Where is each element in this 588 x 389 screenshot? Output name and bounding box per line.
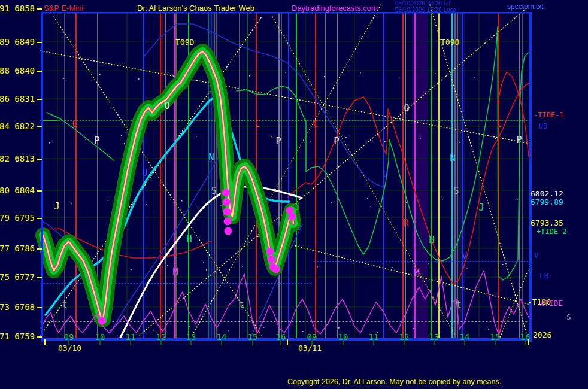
hour-label: 15 — [490, 332, 501, 342]
last-price: 6793.35 — [531, 219, 563, 227]
chart-border-v — [529, 12, 532, 342]
xtide-label: xTIDE — [539, 299, 563, 307]
hour-label: 10 — [338, 332, 348, 342]
star-speck — [153, 330, 154, 331]
site-link[interactable]: Daytradingforecasts.com — [292, 4, 378, 12]
star-speck — [271, 136, 272, 138]
cycle-letter-C: C — [72, 118, 77, 129]
chart-canvas: CCCCPPPPOONNSSUUJJJHHMMVRtttT09DT090291 … — [0, 0, 588, 389]
price-axis-label: 271 6759 — [0, 332, 35, 341]
cycle-letter-C: C — [254, 118, 260, 129]
price-axis-label: 289 6849 — [0, 37, 35, 47]
star-speck — [131, 269, 132, 270]
cycle-letter-P: P — [275, 136, 281, 147]
cycle-letter-t: t — [238, 299, 244, 310]
hour-label: 13 — [186, 332, 196, 342]
turn-dot — [223, 208, 231, 216]
day2-date: 03/11 — [298, 344, 322, 352]
price-axis-label: 277 6786 — [0, 244, 35, 253]
star-speck — [206, 269, 207, 271]
star-speck — [242, 266, 243, 267]
chart-border-v — [41, 12, 43, 342]
star-speck — [370, 206, 371, 207]
annotation-label: T09D — [175, 38, 194, 47]
price-axis-label: 282 6813 — [0, 154, 35, 163]
tide1-label: -TIDE-1 — [534, 111, 564, 118]
cycle-letter-C: C — [496, 118, 502, 129]
star-speck — [302, 331, 304, 332]
timestamp-local: 03/10/2026 15:20 Local — [395, 7, 458, 13]
star-speck — [502, 264, 504, 265]
cycle-letter-O: O — [164, 101, 169, 111]
cycle-letter-t: t — [62, 299, 67, 310]
cycle-letter-J: J — [54, 201, 59, 212]
data-file-link[interactable]: spcctom.txt — [507, 3, 544, 10]
vertical-band — [412, 12, 428, 339]
star-speck — [310, 141, 311, 142]
star-speck — [435, 73, 436, 74]
hour-label: 12 — [156, 332, 166, 342]
copyright-notice: Copyright 2026, Dr. Al Larson. May not b… — [287, 378, 501, 386]
star-speck — [466, 268, 468, 269]
star-speck — [338, 327, 340, 329]
v-cycle-label: V — [534, 251, 539, 259]
hour-label: 16 — [276, 332, 286, 342]
star-speck — [146, 204, 147, 205]
cycle-letter-C: C — [313, 118, 318, 129]
cycle-letter-J: J — [478, 202, 484, 213]
cycle-letter-U: U — [383, 169, 388, 180]
hour-label: 09 — [307, 332, 317, 342]
year-label: 2026 — [533, 331, 551, 339]
hour-label: 11 — [369, 332, 379, 342]
turn-dot — [225, 227, 232, 235]
cycle-letter-P: P — [94, 135, 99, 146]
star-speck — [488, 329, 489, 330]
tide2-label: +TIDE-2 — [537, 228, 567, 235]
cycle-letter-t: t — [456, 299, 461, 310]
hour-label: 09 — [64, 332, 74, 342]
star-speck — [285, 72, 286, 73]
price-axis-label: 275 6777 — [0, 272, 35, 282]
star-speck — [107, 200, 108, 201]
hour-label: 14 — [217, 332, 227, 342]
star-speck — [124, 143, 125, 144]
lower-band-label: LB — [539, 272, 549, 279]
chaos-trader-chart-page: CCCCPPPPOONNSSUUJJJHHMMVRtttT09DT090291 … — [0, 0, 588, 389]
star-speck — [399, 77, 400, 78]
turn-dot — [268, 256, 275, 263]
cycle-letter-M: M — [172, 266, 178, 277]
price-axis-label: 279 6795 — [0, 213, 35, 223]
star-speck — [360, 72, 361, 74]
star-speck — [331, 202, 332, 203]
cycle-letter-S: S — [211, 186, 216, 196]
star-speck — [181, 200, 183, 202]
star-speck — [63, 78, 65, 79]
cycle-letter-H: H — [186, 233, 192, 244]
turn-dot — [222, 189, 230, 197]
cycle-letter-N: N — [208, 152, 214, 163]
star-speck — [345, 137, 347, 138]
star-speck — [367, 198, 368, 199]
hour-label: 12 — [399, 332, 410, 342]
star-speck — [228, 330, 229, 332]
annotation-label: T090 — [441, 38, 459, 47]
price-axis-label: 288 6840 — [0, 66, 35, 75]
day1-date: 03/10 — [58, 344, 81, 352]
cycle-letter-P: P — [334, 136, 339, 147]
turn-dot — [224, 218, 232, 226]
hour-label: 15 — [248, 332, 258, 342]
star-speck — [85, 139, 86, 140]
star-speck — [384, 141, 386, 142]
white-ma-price: 6802.12 — [531, 190, 563, 197]
star-speck — [99, 74, 101, 75]
star-speck — [474, 77, 475, 78]
cycle-letter-N: N — [450, 153, 455, 163]
page-title: Dr. Al Larson's Chaos Trader Web — [137, 4, 254, 12]
turn-dot — [98, 317, 106, 325]
cycle-letter-U: U — [142, 168, 147, 178]
turn-dot — [223, 199, 231, 206]
cycle-letter-J: J — [294, 202, 299, 212]
cycle-letter-V: V — [462, 251, 467, 262]
price-axis-label: 286 6831 — [0, 94, 35, 104]
symbol-label: S&P E-Mini — [44, 4, 83, 12]
